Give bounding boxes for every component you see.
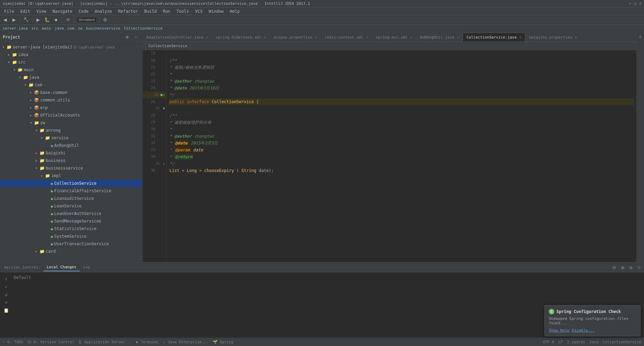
tree-item-base-common[interactable]: ▶ 📦 base.common <box>0 89 142 96</box>
bottom-group-icon[interactable]: ⊞ <box>619 264 626 271</box>
breadcrumb-java[interactable]: java <box>55 26 64 31</box>
status-line-ending[interactable]: LF <box>558 340 563 344</box>
tree-item-idea[interactable]: ▶ 📁 idea <box>0 51 142 58</box>
status-encoding[interactable]: UTF-8 <box>543 340 554 344</box>
status-java-enterprise[interactable]: ☕ Java Enterprise... <box>163 340 208 344</box>
fold-icon-27[interactable]: ▼ <box>163 105 165 112</box>
menu-window[interactable]: Window <box>206 8 226 14</box>
breadcrumb-main[interactable]: main <box>42 26 51 31</box>
menu-file[interactable]: File <box>1 8 17 14</box>
tree-item-loanaudit[interactable]: ▶ ◆ LoanauditService <box>0 195 142 202</box>
popup-disable[interactable]: Disable... <box>572 328 595 333</box>
toolbar-settings-button[interactable]: ⚙ <box>101 16 109 24</box>
status-terminal[interactable]: ▶ Terminal <box>136 340 159 344</box>
breadcrumb-zw[interactable]: zw <box>78 26 82 31</box>
tab-spring-hibernate[interactable]: spring-hibernate.xml × <box>212 33 270 42</box>
tree-item-com[interactable]: ▼ 📁 com <box>0 81 142 89</box>
tree-item-financial-affairs[interactable]: ▶ ◆ FinancialAffairsService <box>0 187 142 195</box>
tab-close-anrong-util[interactable]: × <box>457 35 459 39</box>
breadcrumb-src[interactable]: src <box>31 26 38 31</box>
vcs-revert-icon[interactable]: ↺ <box>3 291 10 298</box>
tree-item-zw[interactable]: ▼ 📁 zw <box>0 119 142 127</box>
bottom-refresh-icon[interactable]: ⟳ <box>611 264 618 271</box>
status-class-name[interactable]: CollectionService <box>602 340 641 344</box>
tab-spring-mvc[interactable]: spring-mvc.xml × <box>372 33 416 42</box>
menu-build[interactable]: Build <box>142 8 159 14</box>
tab-close-spring-hibernate[interactable]: × <box>264 35 266 39</box>
vcs-update-icon[interactable]: ↑ <box>3 275 10 282</box>
tree-item-java[interactable]: ▼ 📁 java <box>0 74 142 81</box>
window-controls[interactable]: − □ × <box>629 1 641 6</box>
menu-view[interactable]: View <box>34 8 49 14</box>
status-spring[interactable]: 🌱 Spring <box>213 340 233 344</box>
tree-item-service[interactable]: ▼ 📁 service <box>0 134 142 142</box>
vcs-commit-icon[interactable]: ✓ <box>3 283 10 290</box>
menu-help[interactable]: Help <box>227 8 243 14</box>
right-strip-icon[interactable]: ≡ <box>637 34 643 40</box>
tab-collection-service[interactable]: CollectionService.java × <box>463 33 525 42</box>
tree-item-erp[interactable]: ▶ 📦 erp <box>0 104 142 111</box>
tree-item-anrongutil[interactable]: ▶ ◆ AnRongUtil <box>0 142 142 149</box>
breadcrumb-com[interactable]: com <box>67 26 74 31</box>
tab-baiqishi[interactable]: baiqishi.properties × <box>525 33 581 42</box>
sidebar-gear-icon[interactable]: ⚙ <box>123 33 131 41</box>
bottom-tab-local-changes[interactable]: Local Changes <box>43 263 80 271</box>
tree-item-loan-user-auth[interactable]: ▶ ◆ LoanUserAuthService <box>0 210 142 217</box>
menu-refactor[interactable]: Refactor <box>115 8 141 14</box>
tab-close-collection-service[interactable]: × <box>519 35 521 39</box>
tree-item-main[interactable]: ▼ 📁 main <box>0 66 142 74</box>
tree-item-official-accounts[interactable]: ▶ 📦 OfficialAccounts <box>0 111 142 119</box>
code-editor[interactable]: CollectionService 19 20 21 22 23 24 <box>143 42 636 262</box>
tree-item-loan-service[interactable]: ▶ ◆ LoanService <box>0 202 142 210</box>
menu-vcs[interactable]: VCS <box>192 8 206 14</box>
breadcrumb-collection-service[interactable]: CollectionService <box>124 26 163 31</box>
status-todo[interactable]: ⚐ 6: TODO <box>3 340 23 344</box>
tab-close-adaptation-controller[interactable]: × <box>206 35 208 39</box>
run-config-selector[interactable]: Unnamed <box>76 17 97 23</box>
menu-tools[interactable]: Tools <box>174 8 192 14</box>
tab-close-spring-mvc[interactable]: × <box>410 35 412 39</box>
status-version-control[interactable]: ⓪ 0: Version Control <box>27 339 75 345</box>
tab-close-redis[interactable]: × <box>366 35 368 39</box>
bottom-tab-log[interactable]: Log <box>80 263 93 271</box>
toolbar-build-button[interactable]: 🔨 <box>22 16 30 24</box>
tree-item-baiqishi[interactable]: ▶ 📁 baiqishi <box>0 149 142 157</box>
breadcrumb-businessservice[interactable]: businessservice <box>86 26 120 31</box>
tree-item-business[interactable]: ▶ 📁 business <box>0 157 142 164</box>
status-language[interactable]: Java <box>589 340 599 344</box>
tree-item-send-message[interactable]: ▶ ◆ SendMessageServicee <box>0 217 142 225</box>
tree-item-card[interactable]: ▶ 📁 card <box>0 248 142 255</box>
tree-item-user-transaction[interactable]: ▶ ◆ UserTransactionService <box>0 240 142 248</box>
toolbar-debug-button[interactable]: 🐛 <box>43 16 51 24</box>
menu-run[interactable]: Run <box>160 8 173 14</box>
status-app-server[interactable]: ☰ Application Server... <box>78 340 132 344</box>
sidebar-collapse-icon[interactable]: — <box>132 33 140 41</box>
popup-show-help[interactable]: Show Help <box>549 328 569 333</box>
toolbar-forward-button[interactable]: ▶ <box>10 16 18 24</box>
tree-item-businessservice[interactable]: ▼ 📁 businessservice <box>0 164 142 172</box>
menu-code[interactable]: Code <box>76 8 91 14</box>
tree-item-anrong[interactable]: ▼ 📁 anrong <box>0 127 142 134</box>
tab-close-alipay[interactable]: × <box>315 35 317 39</box>
tree-item-impl[interactable]: ▶ 📁 impl <box>0 172 142 180</box>
tree-item-statistics[interactable]: ▶ ◆ StatisticsService <box>0 225 142 233</box>
tree-item-common-utils[interactable]: ▶ 📦 common.utils <box>0 96 142 104</box>
vcs-shelf-icon[interactable]: 📋 <box>3 307 10 314</box>
tree-item-root[interactable]: ▼ 📁 server-java [xianjindai] D:\qqk\serv… <box>0 43 142 51</box>
tree-item-system-service[interactable]: ▶ ◆ SystemService <box>0 233 142 240</box>
tab-anrong-util[interactable]: AnRongUtil.java × <box>416 33 463 42</box>
tab-redis[interactable]: redis-context.xml × <box>321 33 372 42</box>
breadcrumb-server-java[interactable]: server-java <box>3 26 28 31</box>
bottom-settings-icon[interactable]: ⚙ <box>628 264 634 271</box>
tree-item-src[interactable]: ▼ 📁 src <box>0 58 142 66</box>
close-button[interactable]: × <box>639 1 641 6</box>
menu-edit[interactable]: Edit <box>18 8 33 14</box>
tree-item-collection-service[interactable]: ▶ ◆ CollectionService <box>0 180 142 187</box>
maximize-button[interactable]: □ <box>634 1 636 6</box>
toolbar-back-button[interactable]: ◀ <box>1 16 9 24</box>
bottom-collapse-icon[interactable]: ▽ <box>636 264 643 271</box>
toolbar-update-button[interactable]: ⟳ <box>64 16 72 24</box>
toolbar-run-button[interactable]: ▶ <box>34 16 42 24</box>
toolbar-stop-button[interactable]: ■ <box>52 16 60 24</box>
minimize-button[interactable]: − <box>629 1 631 6</box>
